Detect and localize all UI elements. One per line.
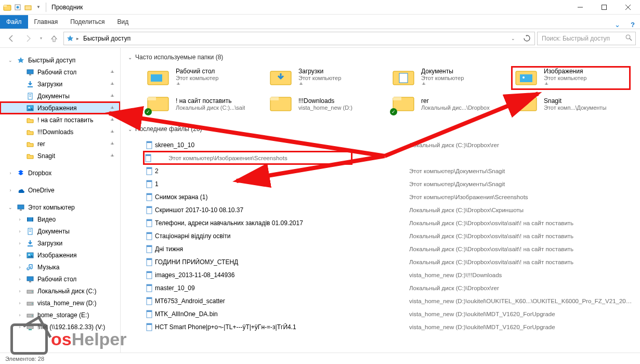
folder-name: rer — [421, 97, 490, 105]
frequent-folder[interactable]: rerЛокальный дис...\Dropbox✓ — [389, 93, 507, 115]
sidebar-item[interactable]: Рабочий стол — [0, 66, 120, 78]
nav-up-button[interactable] — [47, 31, 61, 46]
tree-this-pc[interactable]: ⌄ Этот компьютер — [0, 201, 120, 213]
sidebar-item[interactable]: ›home_storage (E:) — [0, 309, 120, 321]
folder-icon — [268, 68, 293, 88]
frequent-folders-header[interactable]: ⌄ Часто используемые папки (8) — [128, 51, 633, 63]
nav-recent-dropdown[interactable]: ▾ — [37, 31, 45, 46]
desktop-icon — [26, 68, 34, 76]
recent-files-header[interactable]: ⌄ Последние файлы (20) — [128, 123, 633, 135]
recent-file-row[interactable]: MTK_AllInOne_DA.binvista_home_new (D:)\o… — [143, 307, 633, 320]
sidebar-item[interactable]: ! на сайт поставить — [0, 114, 120, 126]
refresh-icon[interactable] — [521, 33, 532, 44]
recent-file-row[interactable]: Скриншот 2017-10-10 08.10.37Локальный ди… — [143, 203, 633, 216]
folder-icon — [514, 68, 539, 88]
sidebar-item[interactable]: Изображения — [0, 102, 120, 114]
frequent-folder[interactable]: SnagitЭтот комп...\Документы — [512, 93, 630, 115]
file-name: Стаціонарні відділу освіти — [155, 232, 394, 240]
close-button[interactable] — [616, 0, 640, 15]
address-dropdown-icon[interactable]: ⌄ — [507, 33, 519, 44]
maximize-button[interactable] — [592, 0, 616, 15]
recent-file-row[interactable]: MT6753_Android_scattervista_home_new (D:… — [143, 294, 633, 307]
recent-file-row[interactable]: skreen_10_10Локальный диск (C:)\Dropbox\… — [143, 138, 633, 151]
recent-file-row[interactable]: 2Этот компьютер\Документы\Snagit — [143, 164, 633, 177]
pin-icon — [110, 69, 116, 75]
recent-file-row[interactable]: master_10_09Локальный диск (C:)\Dropbox\… — [143, 281, 633, 294]
tab-share[interactable]: Поделиться — [64, 15, 111, 29]
sync-badge-icon: ✓ — [145, 108, 152, 115]
nav-forward-button[interactable] — [21, 31, 35, 46]
sidebar-item[interactable]: Snagit — [0, 150, 120, 162]
star-icon — [17, 56, 25, 64]
recent-file-row[interactable]: Снимок экрана (1)Этот компьютер\Изображе… — [143, 190, 633, 203]
folder-name: ! на сайт поставить — [176, 97, 245, 105]
pin-icon — [421, 81, 426, 88]
frequent-folder[interactable]: ЗагрузкиЭтот компьютер — [266, 67, 385, 89]
pin-icon — [544, 81, 549, 88]
ribbon-expand-icon[interactable]: ⌄ — [609, 21, 625, 29]
svg-rect-33 — [29, 281, 31, 282]
svg-rect-86 — [147, 323, 152, 325]
sidebar-item[interactable]: ›Локальный диск (C:) — [0, 285, 120, 297]
sidebar-item[interactable]: ›Музыка — [0, 261, 120, 273]
qat-properties-icon[interactable] — [14, 3, 22, 11]
folder-name: Документы — [421, 68, 464, 75]
recent-file-row[interactable]: Снимок экрана (2)Этот компьютер\Изображе… — [143, 151, 352, 164]
search-icon[interactable] — [625, 34, 632, 43]
frequent-folder[interactable]: ! на сайт поставитьЛокальный диск (C:)..… — [143, 93, 262, 115]
tree-dropbox[interactable]: › Dropbox — [0, 167, 120, 179]
file-icon — [143, 297, 155, 305]
sidebar-item[interactable]: Документы — [0, 90, 120, 102]
frequent-folder[interactable]: Рабочий столЭтот компьютер — [143, 67, 262, 89]
sidebar-item-label: ! на сайт поставить — [37, 116, 107, 124]
recent-file-row[interactable]: images_2013-11-08_144936vista_home_new (… — [143, 268, 633, 281]
pin-icon — [110, 129, 116, 135]
address-bar[interactable]: ▸ Быстрый доступ ⌄ — [63, 32, 535, 45]
tree-onedrive[interactable]: › OneDrive — [0, 184, 120, 196]
folder-name: Рабочий стол — [176, 68, 218, 75]
frequent-folder[interactable]: ДокументыЭтот компьютер — [389, 67, 507, 89]
recent-file-row[interactable]: Дні тижняЛокальный диск (C:)\Dropbox\osv… — [143, 242, 633, 255]
recent-file-row[interactable]: 1Этот компьютер\Документы\Snagit — [143, 177, 633, 190]
minimize-button[interactable] — [568, 0, 592, 15]
sidebar-item[interactable]: Загрузки — [0, 78, 120, 90]
folder-location: Этот компьютер — [421, 75, 464, 81]
folder-name: Изображения — [544, 68, 586, 75]
sidebar-item[interactable]: ›Изображения — [0, 249, 120, 261]
file-name: ГОДИНИ ПРИЙОМУ_СТЕНД — [155, 258, 394, 266]
svg-rect-80 — [147, 284, 152, 286]
recent-file-row[interactable]: HCT Smart Phone|p+o¬-|TL+---ÿT|+ÿΓн-=-з|… — [143, 320, 633, 333]
sidebar-item[interactable]: ›Рабочий стол — [0, 273, 120, 285]
recent-file-row[interactable]: Стаціонарні відділу освітиЛокальный диск… — [143, 229, 633, 242]
tab-file[interactable]: Файл — [0, 15, 28, 29]
qat-newfolder-icon[interactable] — [24, 3, 32, 11]
recent-file-row[interactable]: Телефони, адреси навчальних закладів 01.… — [143, 216, 633, 229]
sidebar-item[interactable]: !!!Downloads — [0, 126, 120, 138]
frequent-folder[interactable]: !!!Downloadsvista_home_new (D:) — [266, 93, 385, 115]
docs-icon — [26, 92, 34, 100]
tree-quick-access[interactable]: ⌄ Быстрый доступ — [0, 54, 120, 66]
sidebar-item-label: Загрузки — [37, 81, 107, 88]
frequent-folder[interactable]: ИзображенияЭтот компьютер — [512, 67, 630, 89]
quick-access-star-icon — [66, 34, 74, 43]
sidebar-item[interactable]: ›Документы — [0, 225, 120, 237]
sidebar-item[interactable]: rer — [0, 138, 120, 150]
help-icon[interactable]: ? — [625, 21, 640, 29]
sidebar-item[interactable]: ›Видео — [0, 213, 120, 225]
breadcrumb-current[interactable]: Быстрый доступ — [81, 35, 133, 42]
tab-home[interactable]: Главная — [28, 15, 64, 29]
file-name: images_2013-11-08_144936 — [155, 271, 394, 279]
qat-dropdown-icon[interactable]: ▼ — [34, 3, 43, 11]
svg-rect-70 — [147, 219, 152, 221]
search-input[interactable] — [541, 34, 625, 43]
file-path: Локальный диск (C:)\Dropbox\osvita\sait\… — [394, 246, 633, 252]
svg-rect-60 — [146, 154, 151, 156]
search-box[interactable] — [537, 32, 636, 45]
sidebar-item[interactable]: ›vista_home_new (D:) — [0, 297, 120, 309]
sidebar-item[interactable]: ›Загрузки — [0, 237, 120, 249]
recent-file-row[interactable]: ГОДИНИ ПРИЙОМУ_СТЕНДЛокальный диск (C:)\… — [143, 255, 633, 268]
watermark: osHelper — [10, 323, 127, 355]
nav-back-button[interactable] — [4, 31, 19, 46]
ribbon-tabs: Файл Главная Поделиться Вид ⌄ ? — [0, 15, 640, 29]
tab-view[interactable]: Вид — [111, 15, 135, 29]
